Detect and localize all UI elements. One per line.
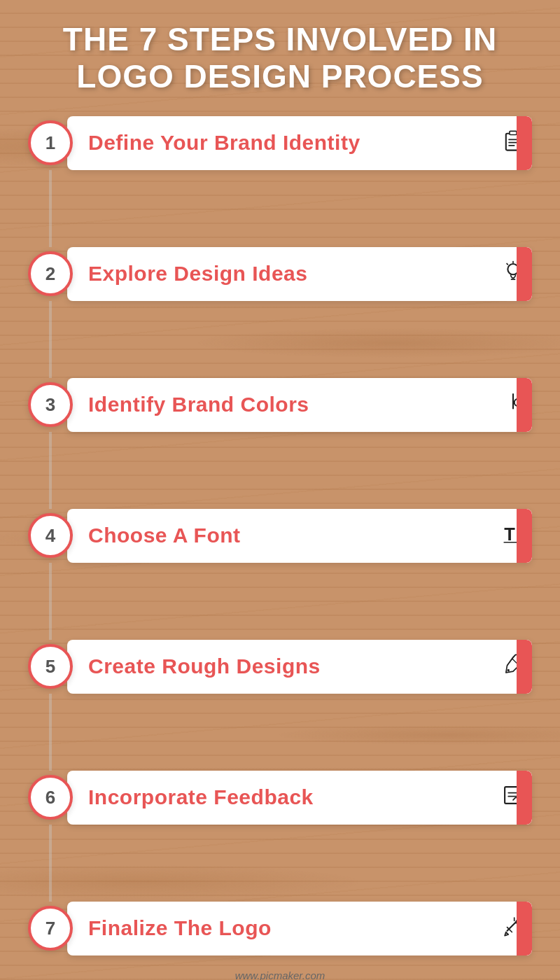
step-wrapper-6: 6 Incorporate Feedback <box>28 771 532 902</box>
step-bar-6: Incorporate Feedback <box>67 771 532 825</box>
step-red-tab-6 <box>517 771 532 825</box>
step-wrapper-7: 7 Finalize The Logo <box>28 902 532 955</box>
step-red-tab-2 <box>517 247 532 301</box>
step-label-5: Create Rough Designs <box>88 654 321 678</box>
step-row-3: 3 Identify Brand Colors <box>28 378 532 432</box>
step-icon-area-1 <box>494 129 532 158</box>
step-number-5: 5 <box>28 644 73 689</box>
step-number-4: 4 <box>28 513 73 558</box>
step-wrapper-1: 1 Define Your Brand Identity <box>28 116 532 247</box>
step-red-tab-3 <box>517 378 532 432</box>
step-label-4: Choose A Font <box>88 524 241 547</box>
step-wrapper-2: 2 Explore Design Ideas <box>28 247 532 378</box>
step-label-1: Define Your Brand Identity <box>88 131 360 155</box>
step-number-2: 2 <box>28 251 73 296</box>
svg-line-8 <box>507 263 507 264</box>
step-icon-area-3 <box>494 391 532 419</box>
connector-5 <box>49 694 52 771</box>
svg-text:T: T <box>504 524 515 544</box>
connector-2 <box>49 301 52 378</box>
steps-list: 1 Define Your Brand Identity <box>28 116 532 955</box>
step-wrapper-4: 4 Choose A Font T <box>28 509 532 640</box>
step-red-tab-7 <box>517 902 532 955</box>
connector-3 <box>49 432 52 509</box>
step-number-7: 7 <box>28 906 73 951</box>
step-bar-1: Define Your Brand Identity <box>67 116 532 170</box>
step-label-6: Incorporate Feedback <box>88 785 314 809</box>
step-number-1: 1 <box>28 120 73 165</box>
svg-rect-1 <box>510 131 517 134</box>
page-container: THE 7 STEPS INVOLVED IN LOGO DESIGN PROC… <box>0 0 560 980</box>
step-row-5: 5 Create Rough Designs <box>28 640 532 694</box>
page-title: THE 7 STEPS INVOLVED IN LOGO DESIGN PROC… <box>28 21 532 95</box>
step-bar-4: Choose A Font T <box>67 509 532 563</box>
step-wrapper-3: 3 Identify Brand Colors <box>28 378 532 509</box>
step-icon-area-2 <box>494 260 532 288</box>
step-number-6: 6 <box>28 775 73 820</box>
connector-4 <box>49 563 52 640</box>
step-bar-3: Identify Brand Colors <box>67 378 532 432</box>
step-red-tab-4 <box>517 509 532 563</box>
step-bar-7: Finalize The Logo <box>67 902 532 955</box>
step-bar-5: Create Rough Designs <box>67 640 532 694</box>
step-bar-2: Explore Design Ideas <box>67 247 532 301</box>
svg-point-18 <box>507 669 510 671</box>
step-row-2: 2 Explore Design Ideas <box>28 247 532 301</box>
step-row-7: 7 Finalize The Logo <box>28 902 532 955</box>
step-row-1: 1 Define Your Brand Identity <box>28 116 532 170</box>
step-label-2: Explore Design Ideas <box>88 262 307 286</box>
step-icon-area-5 <box>494 652 532 681</box>
step-red-tab-1 <box>517 116 532 170</box>
step-number-3: 3 <box>28 382 73 427</box>
step-icon-area-6 <box>494 783 532 812</box>
footer-url: www.picmaker.com <box>28 969 532 980</box>
step-label-7: Finalize The Logo <box>88 916 272 940</box>
step-icon-area-4: T <box>494 522 532 550</box>
connector-6 <box>49 825 52 902</box>
step-row-6: 6 Incorporate Feedback <box>28 771 532 825</box>
step-label-3: Identify Brand Colors <box>88 393 309 416</box>
step-row-4: 4 Choose A Font T <box>28 509 532 563</box>
step-wrapper-5: 5 Create Rough Designs <box>28 640 532 771</box>
step-icon-area-7 <box>494 914 532 943</box>
connector-1 <box>49 170 52 247</box>
step-red-tab-5 <box>517 640 532 694</box>
